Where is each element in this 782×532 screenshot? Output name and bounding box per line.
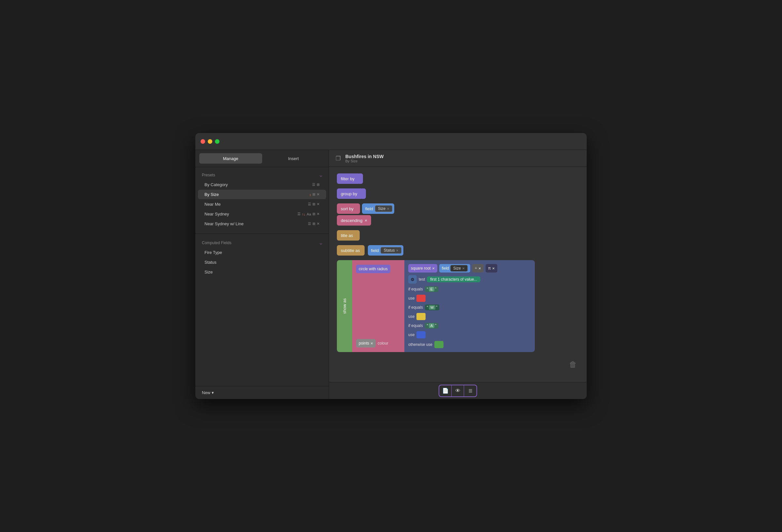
- square-root-block[interactable]: square root ✕: [408, 264, 437, 272]
- subtitle-field-block[interactable]: field Status ✕: [368, 245, 404, 256]
- group-icon: ⊞: [312, 212, 315, 216]
- quote-w[interactable]: “ W ”: [425, 304, 439, 310]
- view-icon: ❐: [335, 155, 341, 162]
- field-size2-tag[interactable]: Size ✕: [450, 265, 468, 271]
- presets-section: Presets ⌵ By Category ☰ ⊞ By Size ↕ ⊞ ✕: [196, 167, 329, 232]
- otherwise-row: otherwise use: [408, 341, 531, 348]
- descending-block[interactable]: descending ✕: [337, 215, 371, 226]
- test-row: ⚙ test first 1 characters of value...: [408, 275, 531, 283]
- field-size-tag[interactable]: Size ✕: [375, 205, 392, 212]
- sidebar-tabs: Manage Insert: [196, 150, 329, 167]
- points-colour-row: points ✕ colour: [356, 339, 400, 347]
- doc-view-button[interactable]: 📄: [439, 385, 452, 396]
- group-icon: ⊞: [317, 183, 320, 187]
- view-title: Bushfires in NSW: [345, 154, 384, 159]
- sort-by-row: sort by field Size ✕ descending: [337, 203, 579, 226]
- field-status-tag[interactable]: Status ✕: [381, 247, 401, 254]
- filter-by-row: filter by: [337, 174, 579, 184]
- preset-near-sydney[interactable]: Near Sydney ☰ ↑↓ Aa ⊞ ✕: [198, 209, 326, 219]
- preset-near-me[interactable]: Near Me ☰ ⊞ ✕: [198, 199, 326, 209]
- test-label: test: [419, 277, 425, 282]
- preset-by-category[interactable]: By Category ☰ ⊞: [198, 180, 326, 189]
- title-as-block[interactable]: title as: [337, 230, 360, 240]
- close-icon: ✕: [317, 202, 320, 206]
- colour-label: colour: [378, 341, 388, 346]
- first-chars-block[interactable]: first 1 characters of value...: [427, 276, 481, 282]
- preset-near-sydney-line[interactable]: Near Sydney w/ Line ☰ ⊞ ✕: [198, 219, 326, 229]
- show-as-text: show as: [342, 298, 347, 314]
- grid-view-button[interactable]: ≣: [464, 385, 476, 396]
- points-close[interactable]: ✕: [370, 342, 373, 345]
- field-status-value: Status: [384, 248, 395, 253]
- divide-label: ÷: [475, 266, 477, 271]
- subtitle-as-block[interactable]: subtitle as: [337, 245, 364, 256]
- circle-with-radius-label: circle with radius: [359, 267, 388, 271]
- computed-size[interactable]: Size: [198, 267, 326, 277]
- new-button[interactable]: New ▾: [202, 390, 322, 395]
- formula-panel: square root ✕ field Size ✕: [404, 260, 535, 352]
- title-as-label: title as: [341, 233, 353, 238]
- presets-header: Presets ⌵: [196, 170, 329, 180]
- field-label3: field: [442, 266, 449, 271]
- group-icon: ⊞: [312, 202, 315, 206]
- points-block[interactable]: points ✕: [356, 339, 376, 347]
- close-icon: ✕: [317, 192, 320, 197]
- maximize-button[interactable]: [215, 139, 219, 144]
- yellow-swatch[interactable]: [417, 313, 426, 320]
- field-size2-block[interactable]: field Size ✕: [439, 264, 470, 272]
- tab-manage[interactable]: Manage: [199, 153, 262, 164]
- title-as-row: title as: [337, 230, 579, 240]
- tab-insert[interactable]: Insert: [262, 153, 325, 164]
- computed-header: Computed Fields ⌵: [196, 238, 329, 248]
- use-label1: use: [408, 296, 415, 301]
- circle-with-radius-block[interactable]: circle with radius: [356, 265, 390, 273]
- use-yellow-row: use: [408, 313, 531, 320]
- group-by-block[interactable]: group by: [337, 188, 363, 199]
- tag-close3[interactable]: ✕: [462, 267, 465, 270]
- red-swatch[interactable]: [417, 295, 426, 302]
- pi-block[interactable]: π ✕: [486, 264, 497, 272]
- bottom-toolbar: 📄 👁 ≣: [329, 382, 586, 399]
- trash-button[interactable]: 🗑: [569, 360, 577, 369]
- preset-icons: ☰ ⊞ ✕: [308, 222, 320, 226]
- quote-e[interactable]: “ E ”: [425, 286, 438, 292]
- sidebar-footer: New ▾: [196, 386, 329, 399]
- field-label: field: [365, 206, 373, 211]
- view-subtitle: By Size: [345, 159, 384, 163]
- if-e-row: if equals “ E ”: [408, 286, 531, 292]
- circle-with-radius-row: circle with radius: [356, 265, 400, 273]
- use-label2: use: [408, 314, 415, 319]
- close-icon: ✕: [317, 212, 320, 216]
- preset-by-size[interactable]: By Size ↕ ⊞ ✕: [198, 190, 326, 199]
- blue-swatch[interactable]: [417, 331, 426, 338]
- canvas: filter by group by sort by: [329, 167, 586, 382]
- close-button[interactable]: [201, 139, 205, 144]
- divide-block[interactable]: ÷ ✕: [472, 264, 484, 272]
- quote-a[interactable]: “ A ”: [425, 323, 438, 329]
- computed-fire-type[interactable]: Fire Type: [198, 248, 326, 257]
- traffic-lights: [201, 139, 219, 144]
- pi-close[interactable]: ✕: [492, 267, 495, 270]
- sort-icon: ↕: [310, 193, 312, 197]
- header-text: Bushfires in NSW By Size: [345, 154, 384, 163]
- sort-by-block[interactable]: sort by: [337, 203, 360, 214]
- green-swatch[interactable]: [434, 341, 443, 348]
- sq-close[interactable]: ✕: [432, 267, 435, 270]
- minimize-button[interactable]: [208, 139, 212, 144]
- eye-view-button[interactable]: 👁: [452, 385, 464, 396]
- descending-close[interactable]: ✕: [364, 219, 367, 222]
- computed-arrow[interactable]: ⌵: [320, 240, 322, 245]
- preset-label: By Size: [205, 192, 219, 197]
- filter-by-block[interactable]: filter by: [337, 174, 360, 184]
- group-icon: ⊞: [312, 222, 315, 226]
- computed-status[interactable]: Status: [198, 258, 326, 267]
- presets-arrow[interactable]: ⌵: [320, 173, 322, 178]
- use-label3: use: [408, 333, 415, 337]
- divide-close[interactable]: ✕: [478, 267, 481, 270]
- field-block[interactable]: field Size ✕: [362, 203, 394, 214]
- group-by-row: group by: [337, 188, 579, 199]
- tag-close-icon[interactable]: ✕: [387, 207, 389, 211]
- tag-close-icon2[interactable]: ✕: [396, 249, 398, 252]
- points-label: points: [359, 341, 369, 346]
- gear-block[interactable]: ⚙: [408, 275, 417, 283]
